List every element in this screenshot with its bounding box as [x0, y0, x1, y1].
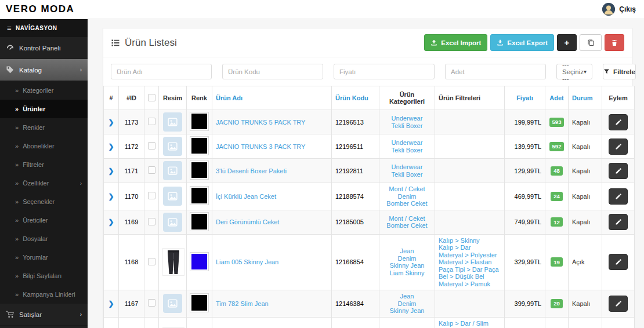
product-code-input[interactable] — [222, 64, 323, 79]
column-header-fiyat-[interactable]: Fiyatı — [505, 86, 545, 110]
column-header--r-n-ad-[interactable]: Ürün Adı — [212, 86, 332, 110]
color-swatch — [190, 161, 208, 179]
sidebar-item-sat-lar[interactable]: Satışlar› — [0, 304, 88, 326]
hamburger-icon: ≡ — [7, 25, 12, 31]
product-name-link[interactable]: 3'lü Desenli Boxer Paketi — [216, 167, 287, 174]
filter-link[interactable]: Materyal > Elastan — [439, 258, 491, 266]
column-header-adet[interactable]: Adet — [545, 86, 569, 110]
category-link[interactable]: Tekli Boxer — [392, 122, 423, 130]
filter-link[interactable]: Materyal > Polyester — [439, 252, 497, 259]
filter-button[interactable]: Filtrele — [603, 64, 636, 79]
category-link[interactable]: Mont / Ceket — [389, 215, 425, 223]
row-checkbox[interactable] — [148, 218, 155, 225]
copy-button[interactable] — [580, 34, 602, 51]
category-link[interactable]: Denim — [398, 300, 417, 308]
excel-import-button[interactable]: Excel Import — [424, 34, 487, 51]
sidebar-item-filtreler[interactable]: »Filtreler — [0, 155, 88, 174]
category-link[interactable]: Liam Skinny — [390, 269, 425, 277]
category-link[interactable]: Underwear — [392, 115, 423, 122]
row-checkbox[interactable] — [148, 118, 155, 125]
edit-button[interactable] — [609, 139, 628, 155]
filter-link[interactable]: Kalıp > Dar — [439, 244, 471, 252]
product-name-link[interactable]: Liam 005 Skinny Jean — [216, 258, 278, 265]
category-link[interactable]: Denim — [398, 255, 417, 263]
sidebar-item-renkler[interactable]: »Renkler — [0, 118, 88, 137]
product-id: 1171 — [119, 159, 144, 183]
sidebar-item-bilgi-sayfalar[interactable]: »Bilgi Sayfaları — [0, 267, 88, 285]
row-expand-chevron[interactable]: ❯ — [108, 118, 114, 126]
filter-link[interactable]: Bel > Düşük Bel — [439, 273, 484, 280]
filter-link[interactable]: Materyal > Pamuk — [439, 280, 490, 288]
select-all-checkbox[interactable] — [144, 86, 159, 110]
excel-export-button[interactable]: Excel Export — [490, 34, 554, 51]
edit-button[interactable] — [609, 188, 628, 205]
sidebar-item-kampanya-linkleri[interactable]: »Kampanya Linkleri — [0, 285, 88, 304]
sidebar-item-r-nler[interactable]: »Ürünler — [0, 100, 88, 118]
product-id: 1166 — [119, 317, 144, 328]
column-header-resim: Resim — [159, 86, 187, 110]
row-checkbox[interactable] — [148, 166, 155, 174]
product-name-link[interactable]: JACNIO TRUNKS 3 PACK TRY — [216, 143, 305, 150]
sidebar-item-m-teriler[interactable]: Müşteriler› — [0, 326, 88, 328]
row-expand-chevron[interactable]: ❯ — [108, 167, 114, 175]
checkbox-icon[interactable] — [148, 94, 155, 101]
row-expand-chevron[interactable]: ❯ — [108, 192, 114, 201]
column-header-durum[interactable]: Durum — [569, 86, 602, 110]
category-link[interactable]: Tekli Boxer — [392, 171, 423, 178]
sidebar-item-dosyalar[interactable]: »Dosyalar — [0, 229, 88, 248]
sidebar-item-reticiler[interactable]: »Üreticiler — [0, 211, 88, 229]
category-link[interactable]: Underwear — [392, 139, 423, 147]
row-checkbox[interactable] — [148, 192, 155, 199]
category-link[interactable]: Skinny Jean — [390, 262, 425, 269]
category-link[interactable]: Mont / Ceket — [389, 185, 425, 193]
color-swatch — [190, 187, 208, 205]
category-link[interactable]: Bomber Ceket — [386, 200, 427, 207]
delete-button[interactable] — [605, 34, 624, 51]
category-link[interactable]: Denim — [398, 193, 417, 201]
quantity-input[interactable] — [445, 64, 546, 79]
sidebar-item-se-enekler[interactable]: »Seçenekler — [0, 192, 88, 211]
user-avatar[interactable] — [602, 3, 615, 16]
row-checkbox[interactable] — [148, 142, 155, 150]
edit-button[interactable] — [609, 296, 628, 312]
product-name-link[interactable]: JACNIO TRUNKS 5 PACK TRY — [216, 119, 305, 126]
edit-button[interactable] — [609, 163, 628, 179]
edit-button[interactable] — [609, 214, 628, 230]
product-name-link[interactable]: Tim 782 Slim Jean — [216, 300, 269, 307]
row-checkbox[interactable] — [148, 258, 155, 265]
upload-icon — [430, 39, 437, 46]
sidebar-item-katalog[interactable]: Katalog› — [0, 59, 88, 81]
sidebar-item-zellikler[interactable]: »Özellikler› — [0, 174, 88, 192]
column-header--r-n-kodu[interactable]: Ürün Kodu — [332, 86, 379, 110]
row-checkbox[interactable] — [148, 299, 155, 307]
sidebar-item-yorumlar[interactable]: »Yorumlar — [0, 248, 88, 267]
category-link[interactable]: Jean — [400, 293, 414, 300]
status-select[interactable]: --- Seçiniz --- ▾ — [556, 64, 592, 79]
edit-button[interactable] — [609, 114, 628, 130]
logout-link[interactable]: Çıkış — [619, 5, 636, 13]
add-product-button[interactable]: + — [557, 34, 577, 51]
row-expand-chevron[interactable]: ❯ — [108, 218, 114, 226]
funnel-icon — [603, 68, 610, 75]
category-link[interactable]: Underwear — [392, 163, 423, 171]
product-name-link[interactable]: İçi Kürklü Jean Ceket — [216, 193, 276, 200]
guillemet-icon: » — [15, 143, 19, 150]
sidebar-item-abonelikler[interactable]: »Abonelikler — [0, 137, 88, 155]
sidebar-item-kategoriler[interactable]: »Kategoriler — [0, 81, 88, 100]
filter-link[interactable]: Paça Tipi > Dar Paça — [439, 266, 499, 274]
edit-button[interactable] — [609, 254, 628, 270]
category-link[interactable]: Skinny Jean — [390, 307, 425, 315]
filter-link[interactable]: Kalıp > Dar / Slim — [439, 320, 489, 327]
filter-link[interactable]: Kalıp > Skinny — [439, 237, 480, 245]
row-expand-chevron[interactable]: ❯ — [108, 143, 114, 151]
status-text: Kapalı — [572, 193, 590, 200]
product-name-input[interactable] — [111, 64, 212, 79]
row-expand-chevron[interactable]: ❯ — [108, 300, 114, 308]
category-link[interactable]: Bomber Ceket — [386, 222, 427, 229]
sidebar-item-kontrol-paneli[interactable]: Kontrol Paneli — [0, 37, 88, 59]
category-link[interactable]: Jean — [400, 247, 414, 255]
price-input[interactable] — [334, 64, 435, 79]
product-name-link[interactable]: Deri Görünümlü Ceket — [216, 218, 279, 225]
sidebar-subitem-label: Filtreler — [23, 161, 44, 168]
category-link[interactable]: Tekli Boxer — [392, 147, 423, 154]
